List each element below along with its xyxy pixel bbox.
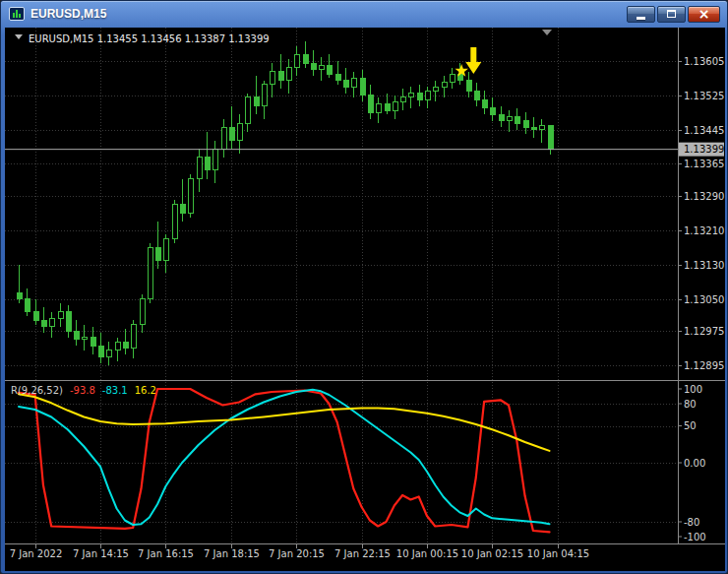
window-title: EURUSD,M15 <box>30 7 621 21</box>
indicator-axis-label: 0.00 <box>684 458 705 469</box>
maximize-button[interactable] <box>657 6 686 23</box>
time-label: 7 Jan 16:15 <box>138 548 194 559</box>
oscillator-line-slow <box>19 394 550 451</box>
header-dropdown-icon <box>15 34 23 39</box>
indicator-axis-label: 100 <box>684 384 702 395</box>
chart-canvas[interactable]: 7 Jan 20227 Jan 14:157 Jan 16:157 Jan 18… <box>5 28 725 571</box>
time-label: 10 Jan 04:15 <box>527 548 589 559</box>
maximize-icon <box>667 10 676 18</box>
indicator-header: R(9,26,52)-93.8-83.116.2 <box>11 385 156 396</box>
signal-arrow-down-icon <box>465 47 481 74</box>
chart-ohlc-header: EURUSD,M15 1.13455 1.13456 1.13387 1.133… <box>29 33 270 44</box>
chart-app-icon <box>9 7 25 21</box>
window-controls: × <box>627 6 720 23</box>
minimize-button[interactable] <box>627 6 655 23</box>
time-label: 7 Jan 20:15 <box>269 548 325 559</box>
price-grid <box>5 62 682 538</box>
time-label: 7 Jan 14:15 <box>73 548 129 559</box>
indicator-axis-label: 80 <box>684 399 697 410</box>
time-grid <box>36 28 559 548</box>
time-label: 10 Jan 02:15 <box>461 548 523 559</box>
price-label: 1.13605 <box>684 56 724 67</box>
indicator-axis-label: -80 <box>684 517 699 528</box>
oscillator-line-mid <box>19 390 550 525</box>
indicator-axis-label: 50 <box>684 420 697 431</box>
price-label: 1.13290 <box>684 191 724 202</box>
oscillator-line-fast <box>19 389 550 532</box>
price-label: 1.13445 <box>684 125 724 136</box>
chart-shift-marker-icon <box>542 30 552 35</box>
time-label: 7 Jan 18:15 <box>204 548 260 559</box>
close-button[interactable]: × <box>688 6 720 23</box>
price-label: 1.13130 <box>684 260 724 271</box>
price-label: 1.13210 <box>684 225 724 236</box>
time-label: 10 Jan 00:15 <box>396 548 458 559</box>
time-label: 7 Jan 22:15 <box>334 548 391 559</box>
candles <box>17 41 553 365</box>
price-label: 1.12895 <box>684 360 724 371</box>
price-label: 1.13050 <box>684 294 724 305</box>
indicator-axis-label: -100 <box>684 532 706 542</box>
price-label: 1.12975 <box>684 326 724 337</box>
chart-window: EURUSD,M15 × 7 Jan 20227 Jan 14:157 Jan … <box>0 0 728 574</box>
bid-price-text: 1.13399 <box>684 144 724 155</box>
chart-client-area: 7 Jan 20227 Jan 14:157 Jan 16:157 Jan 18… <box>5 28 725 571</box>
price-label: 1.13365 <box>684 159 724 169</box>
price-label: 1.13525 <box>684 91 724 101</box>
titlebar[interactable]: EURUSD,M15 × <box>1 1 727 27</box>
minimize-icon <box>637 17 645 20</box>
time-label: 7 Jan 2022 <box>10 548 63 559</box>
